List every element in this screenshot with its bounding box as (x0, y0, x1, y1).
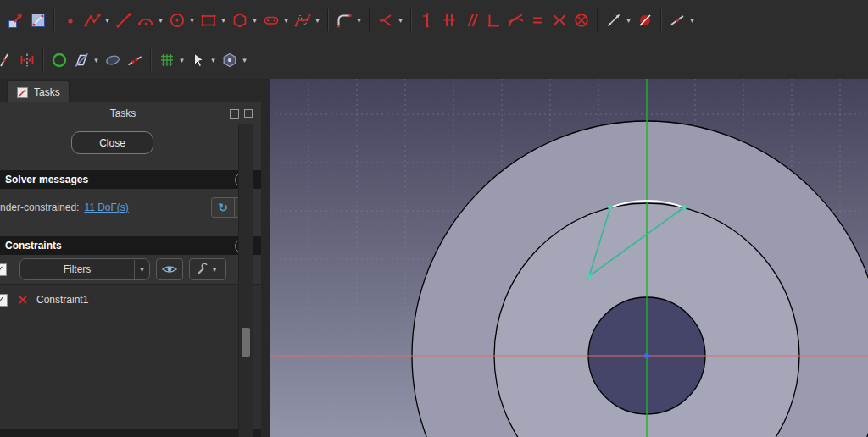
filters-checkbox[interactable]: ✓ (0, 263, 7, 276)
constrain-coincident-dropdown[interactable]: ▾ (397, 9, 404, 31)
symmetry-icon (18, 51, 36, 69)
dof-link[interactable]: 11 DoF(s) (84, 202, 128, 213)
create-point-button[interactable] (59, 9, 81, 31)
constrain-tangent-button[interactable] (504, 9, 526, 31)
create-polyline-dropdown[interactable]: ▾ (103, 9, 111, 31)
rendering-order-dropdown[interactable]: ▾ (241, 49, 248, 71)
split-edge-icon (125, 51, 144, 69)
create-polygon-icon (231, 11, 249, 30)
constrain-parallel-button[interactable] (460, 9, 482, 31)
toggle-construction-button[interactable] (70, 49, 92, 71)
close-row: Close (0, 124, 261, 160)
create-rectangle-button[interactable] (198, 9, 220, 31)
tab-tasks-label: Tasks (34, 86, 60, 98)
constraint-label: Constraint1 (36, 294, 88, 306)
create-bspline-dropdown[interactable]: ▾ (314, 9, 321, 31)
constrain-horizontal-vertical-button[interactable] (438, 9, 460, 31)
create-arc-dropdown[interactable]: ▾ (157, 9, 164, 31)
dimension-dropdown[interactable]: ▾ (625, 9, 632, 31)
3d-view[interactable] (270, 79, 868, 437)
panel-scrollbar[interactable] (238, 124, 253, 437)
constrain-symmetric-button[interactable] (548, 9, 570, 31)
toolbar-separator (150, 49, 152, 71)
sketch-point[interactable] (608, 205, 613, 210)
constraint-settings-button[interactable]: ▾ (189, 258, 226, 280)
create-slot-dropdown[interactable]: ▾ (282, 9, 290, 31)
filters-dropdown-icon[interactable]: ▾ (134, 260, 149, 279)
filters-combo[interactable]: Filters ▾ (19, 258, 150, 280)
activate-constraint-button[interactable] (666, 9, 688, 31)
panel-bottom-bar (0, 429, 261, 437)
toolbar-separator (410, 9, 412, 31)
constrain-symmetric-icon (550, 11, 569, 30)
leave-sketch-icon (7, 11, 25, 30)
dock-panel-icon[interactable] (244, 109, 253, 118)
toolbar-separator (369, 9, 370, 31)
create-polygon-button[interactable] (229, 9, 251, 31)
toggle-grid-dropdown[interactable]: ▾ (178, 49, 186, 71)
view-sketch-button[interactable] (27, 9, 49, 31)
create-fillet-button[interactable] (333, 9, 355, 31)
create-arc-button[interactable] (135, 9, 157, 31)
close-button[interactable]: Close (71, 131, 153, 154)
toggle-driving-constraint-button[interactable] (634, 9, 656, 31)
constrain-parallel-icon (462, 11, 481, 30)
toolbar-row-2: ▾ ▾ ▾ ▾ (0, 41, 868, 79)
create-circle-button[interactable] (166, 9, 188, 31)
create-polyline-button[interactable] (81, 9, 103, 31)
external-geometry-button[interactable] (48, 49, 70, 71)
constraints-title: Constraints (5, 240, 62, 252)
filters-row: ✓ Filters ▾ ▾ (0, 255, 261, 284)
constrain-vertical-button[interactable] (416, 9, 438, 31)
constraint-checkbox[interactable]: ✓ (0, 294, 8, 307)
carbon-copy-button[interactable] (102, 49, 124, 71)
constrain-equal-button[interactable] (526, 9, 548, 31)
float-panel-icon[interactable] (230, 109, 239, 119)
origin-point[interactable] (644, 353, 649, 358)
create-slot-icon (262, 11, 281, 30)
constraints-header[interactable]: Constraints ∧ (0, 236, 261, 255)
show-hide-constraints-button[interactable] (156, 258, 183, 280)
constrain-perpendicular-button[interactable] (482, 9, 504, 31)
symmetry-button[interactable] (16, 49, 38, 71)
external-geometry-icon (50, 51, 69, 69)
create-bspline-icon (293, 11, 312, 30)
tab-tasks[interactable]: Tasks (7, 80, 70, 103)
create-rectangle-dropdown[interactable]: ▾ (220, 9, 227, 31)
refresh-icon[interactable]: ↻ (212, 198, 234, 217)
toggle-grid-button[interactable] (156, 49, 178, 71)
settings-dropdown-icon[interactable]: ▾ (211, 260, 219, 279)
dimension-icon (604, 11, 623, 30)
solver-messages-header[interactable]: Solver messages ∧ (0, 170, 261, 189)
toggle-construction-dropdown[interactable]: ▾ (92, 49, 100, 71)
list-item[interactable]: ✓ Constraint1 (0, 290, 261, 310)
snap-button[interactable] (187, 49, 209, 71)
toggle-driving-constraint-icon (636, 11, 654, 30)
scrollbar-thumb[interactable] (242, 328, 250, 357)
constrain-vertical-icon (418, 11, 437, 30)
snap-dropdown[interactable]: ▾ (209, 49, 217, 71)
create-fillet-dropdown[interactable]: ▾ (355, 9, 363, 31)
split-edge-button[interactable] (124, 49, 146, 71)
constrain-coincident-button[interactable] (375, 9, 397, 31)
leave-sketch-button[interactable] (5, 9, 27, 31)
create-polygon-dropdown[interactable]: ▾ (251, 9, 259, 31)
filters-label: Filters (20, 263, 134, 275)
rendering-order-button[interactable] (219, 49, 241, 71)
create-bspline-button[interactable] (292, 9, 314, 31)
create-line-button[interactable] (113, 9, 135, 31)
toolbar-separator (660, 9, 662, 31)
toggle-grid-icon (158, 51, 176, 69)
create-slot-button[interactable] (260, 9, 282, 31)
sketch-point[interactable] (682, 205, 687, 210)
create-circle-dropdown[interactable]: ▾ (188, 9, 196, 31)
activate-constraint-dropdown[interactable]: ▾ (688, 9, 696, 31)
trim-edge-button[interactable] (0, 49, 16, 71)
sketch-point[interactable] (587, 274, 592, 279)
constrain-block-button[interactable] (570, 9, 593, 31)
panel-titlebar: Tasks (0, 102, 261, 124)
dimension-button[interactable] (603, 9, 625, 31)
solver-status-row: nder-constrained: 11 DoF(s) ↻ ▾ (0, 189, 261, 226)
create-line-icon (114, 11, 133, 30)
toolbar-separator (597, 9, 598, 31)
